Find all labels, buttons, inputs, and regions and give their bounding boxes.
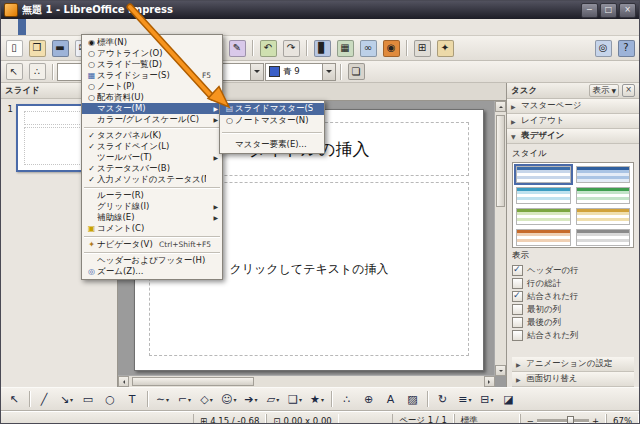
rectangle-icon[interactable]: ▭ <box>78 389 99 409</box>
view-menu-item-master[interactable]: マスター(M) ▶ <box>82 103 222 114</box>
horizontal-scrollbar[interactable] <box>118 375 495 387</box>
section-table-design[interactable]: ▼ 表デザイン <box>507 129 639 144</box>
help-icon[interactable]: ? <box>615 37 637 59</box>
edit-points-icon[interactable]: ∴ <box>26 61 48 83</box>
view-menu-item-input-method-status[interactable]: ✓ 入力メソッドのステータス(M) <box>82 174 222 185</box>
zoom-in-icon[interactable]: + <box>592 416 599 424</box>
shadow-button[interactable]: ❏ <box>345 61 367 83</box>
task-pane-view-button[interactable]: 表示 ▼ <box>589 84 619 97</box>
stars-icon[interactable]: ★ ▾ <box>306 389 327 409</box>
basic-shapes-icon[interactable]: ◇ ▾ <box>196 389 217 409</box>
zoom-track[interactable] <box>537 419 589 423</box>
line-icon[interactable]: ╱ <box>34 389 55 409</box>
toolbar-spacer[interactable] <box>457 37 591 59</box>
impress-app-icon[interactable] <box>4 3 18 17</box>
text-icon[interactable]: T <box>122 389 143 409</box>
glue-points-icon[interactable]: ⊕ <box>358 389 379 409</box>
checkbox-icon[interactable] <box>512 330 523 341</box>
toolbar-separator[interactable] <box>303 38 310 58</box>
table-style-gray[interactable] <box>576 229 631 246</box>
vertical-scrollbar[interactable] <box>494 101 506 376</box>
block-arrows-icon[interactable]: ➔ ▾ <box>240 389 261 409</box>
insert-image-icon[interactable]: ▨ <box>402 389 423 409</box>
scrollbar-thumb[interactable] <box>496 115 505 207</box>
checkbox-icon[interactable] <box>512 304 523 315</box>
menu-edit[interactable] <box>10 19 18 35</box>
menu-insert[interactable] <box>26 19 34 35</box>
save-icon[interactable]: ▬ <box>49 37 71 59</box>
view-menu-item-handout[interactable]: ○ 配布資料(U) <box>82 92 222 103</box>
navigator-icon[interactable]: ✦ <box>434 37 456 59</box>
drawbar-separator[interactable] <box>328 389 335 409</box>
table-style-teal[interactable] <box>516 187 571 204</box>
table-style-green-2[interactable] <box>516 208 571 225</box>
view-menu-item-grid[interactable]: グリッド線(I) ▶ <box>82 201 222 212</box>
view-menu-item-normal[interactable]: ◉ 標準(N) <box>82 37 222 48</box>
flowchart-icon[interactable]: ▱ ▾ <box>262 389 283 409</box>
table-style-blue-2[interactable] <box>576 166 631 183</box>
view-menu-item-slide-sorter[interactable]: ○ スライド一覧(D) <box>82 59 222 70</box>
checkbox-last-column[interactable]: 最後の列 <box>512 316 634 329</box>
checkbox-first-column[interactable]: 最初の列 <box>512 303 634 316</box>
menu-slideshow[interactable] <box>50 19 58 35</box>
submenu-item-notes-master[interactable]: ○ ノートマスター(N) <box>220 115 324 127</box>
view-menu-item-color-grayscale[interactable]: カラー/グレイスケール(C) ▶ <box>82 114 222 125</box>
view-menu-item-outline[interactable]: ○ アウトライン(O) <box>82 48 222 59</box>
submenu-separator[interactable] <box>220 127 324 139</box>
redo-icon[interactable]: ↷ <box>280 37 302 59</box>
select-pointer-icon[interactable]: ↖ <box>3 61 25 83</box>
menu-tools[interactable] <box>42 19 50 35</box>
view-menu-item-ruler[interactable]: ルーラー(R) <box>82 190 222 201</box>
checkbox-icon[interactable] <box>512 317 523 328</box>
alignment-icon[interactable]: ≡ ▾ <box>454 389 475 409</box>
checkbox-icon[interactable] <box>512 265 523 276</box>
menu-format[interactable] <box>34 19 42 35</box>
checkbox-banded-columns[interactable]: 結合された列 <box>512 329 634 342</box>
grid-icon[interactable]: ⊞ <box>411 37 433 59</box>
submenu-item-slide-master[interactable]: ▤ スライドマスター(S) <box>220 103 324 115</box>
view-menu-item-status-bar[interactable]: ✓ ステータスバー(B) <box>82 163 222 174</box>
curve-icon[interactable]: ∼ ▾ <box>152 389 173 409</box>
connector-icon[interactable]: ⌐ ▾ <box>174 389 195 409</box>
table-style-yellow[interactable] <box>576 208 631 225</box>
table-style-blue-1[interactable] <box>516 166 571 183</box>
zoom-icon[interactable]: ◎ <box>592 37 614 59</box>
zoom-percentage[interactable]: 67% <box>606 414 639 424</box>
new-icon[interactable]: ▯ <box>3 37 25 59</box>
open-icon[interactable]: ❒ <box>26 37 48 59</box>
zoom-out-icon[interactable]: − <box>527 416 534 424</box>
scroll-left-icon[interactable] <box>118 376 129 387</box>
edit-points-icon[interactable]: ∴ <box>336 389 357 409</box>
task-pane-close-icon[interactable]: × <box>622 84 635 97</box>
hyperlink-icon[interactable]: ∞ <box>357 37 379 59</box>
maximize-button[interactable]: □ <box>600 3 617 18</box>
view-menu-item-slide-pane[interactable]: ✓ スライドペイン(L) <box>82 141 222 152</box>
checkbox-header-row[interactable]: ヘッダーの行 <box>512 264 634 277</box>
section-layouts[interactable]: ▶ レイアウト <box>507 114 639 129</box>
chart-icon[interactable]: ▊ <box>311 37 333 59</box>
zoom-handle[interactable] <box>567 416 574 424</box>
ellipse-icon[interactable]: ○ <box>100 389 121 409</box>
view-menu-item-zoom[interactable]: ◎ ズーム(Z)... <box>82 266 222 277</box>
close-button[interactable]: × <box>619 3 636 18</box>
section-slide-transition[interactable]: ▶ 画面切り替え <box>512 372 634 387</box>
scroll-right-icon[interactable] <box>484 376 495 387</box>
menu-help[interactable] <box>66 19 74 35</box>
gallery-icon[interactable]: ◉ <box>380 37 402 59</box>
view-menu-item-navigator[interactable]: ✦ ナビゲータ(V) Ctrl+Shift+F5 <box>82 239 222 250</box>
select-icon[interactable]: ↖ <box>4 389 25 409</box>
chevron-down-icon[interactable] <box>250 64 263 80</box>
fill-color-select[interactable]: 青 9 <box>265 63 336 81</box>
view-menu-item-notes[interactable]: ○ ノート(P) <box>82 81 222 92</box>
arrange-icon[interactable]: ⊟ ▾ <box>476 389 497 409</box>
drawbar-separator[interactable] <box>144 389 151 409</box>
drawbar-separator[interactable] <box>26 389 33 409</box>
scrollbar-thumb[interactable] <box>132 377 254 386</box>
submenu-item-master-elements[interactable]: マスター要素(E)... <box>220 139 324 151</box>
symbol-shapes-icon[interactable]: ☺ ▾ <box>218 389 239 409</box>
table-icon[interactable]: ▦ <box>334 37 356 59</box>
scroll-down-icon[interactable] <box>495 365 506 376</box>
table-style-orange[interactable] <box>516 229 571 246</box>
extrusion-icon[interactable]: ◪ <box>498 389 519 409</box>
view-menu-item-header-footer[interactable]: ヘッダーおよびフッター(H)... <box>82 255 222 266</box>
